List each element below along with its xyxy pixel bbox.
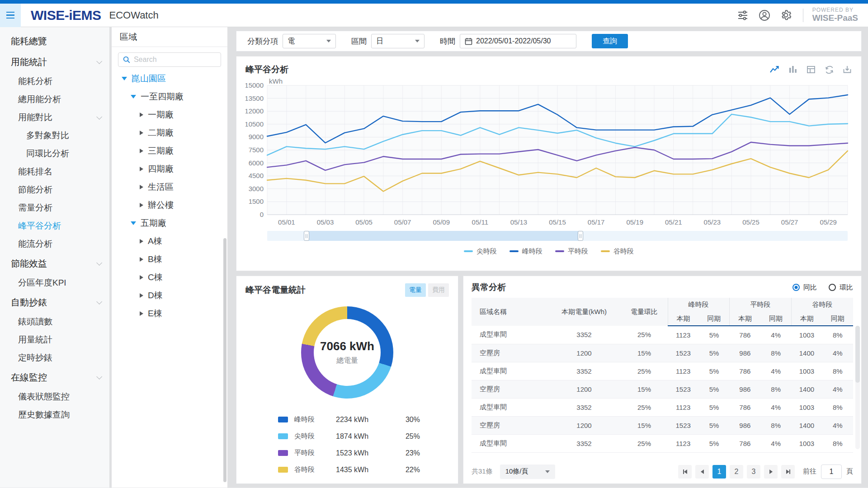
tree-node-辦公樓[interactable]: 辦公樓 xyxy=(112,196,227,214)
page-size-select[interactable]: 10條/頁 xyxy=(500,465,555,479)
sidebar-item-總用能分析[interactable]: 總用能分析 xyxy=(0,90,109,108)
table-row[interactable]: 空壓房120015%15235%9868%14004% xyxy=(472,380,853,398)
line-chart[interactable]: 0150030004500600075009000105001200013500… xyxy=(245,78,852,227)
table-cell: 786 xyxy=(730,434,760,452)
legend-item-平時段[interactable]: 平時段 xyxy=(555,247,588,256)
table-cell: 1400 xyxy=(791,344,822,362)
tree-node-D棟[interactable]: D棟 xyxy=(112,286,227,305)
sidebar-item-多對象對比[interactable]: 多對象對比 xyxy=(0,127,109,145)
interval-select[interactable]: 日 xyxy=(371,34,425,48)
search-icon xyxy=(123,56,130,64)
refresh-icon[interactable] xyxy=(824,65,834,75)
sidebar-item-能耗排名[interactable]: 能耗排名 xyxy=(0,163,109,181)
table-row[interactable]: 成型車間335225%11235%7864%10038% xyxy=(472,398,853,416)
sidebar-item-用能對比[interactable]: 用能對比 xyxy=(0,108,109,127)
sidebar-item-在線監控[interactable]: 在線監控 xyxy=(0,367,109,388)
last-page-button[interactable] xyxy=(781,465,795,479)
col-group-谷時段: 谷時段 xyxy=(791,298,853,312)
first-page-icon xyxy=(684,469,687,474)
download-icon[interactable] xyxy=(842,65,852,75)
sidebar-item-能耗總覽[interactable]: 能耗總覽 xyxy=(0,31,109,52)
query-button[interactable]: 查詢 xyxy=(592,34,628,48)
toggle-cost-button[interactable]: 費用 xyxy=(428,283,449,297)
powered-by-block: POWERED BY WISE-PaaS xyxy=(812,7,858,23)
table-row[interactable]: 空壓房120015%15235%9868%14004% xyxy=(472,416,853,434)
svg-text:05/23: 05/23 xyxy=(704,218,721,226)
region-search-box[interactable] xyxy=(118,52,221,67)
sidebar-item-分區年度KPI[interactable]: 分區年度KPI xyxy=(0,274,109,292)
table-view-icon[interactable] xyxy=(806,65,816,75)
sidebar-item-錶頭讀數[interactable]: 錶頭讀數 xyxy=(0,313,109,331)
page-button-2[interactable]: 2 xyxy=(730,465,743,479)
sidebar-item-定時抄錶[interactable]: 定時抄錶 xyxy=(0,349,109,367)
legend-item-谷時段[interactable]: 谷時段 xyxy=(601,247,634,256)
table-cell: 空壓房 xyxy=(472,344,547,362)
page-button-3[interactable]: 3 xyxy=(747,465,760,479)
filter-sliders-icon[interactable] xyxy=(737,9,749,21)
legend-item-尖時段[interactable]: 尖時段 xyxy=(464,247,497,256)
hamburger-menu-button[interactable] xyxy=(0,4,21,27)
sidebar-item-節能分析[interactable]: 節能分析 xyxy=(0,181,109,199)
user-account-icon[interactable] xyxy=(759,9,770,21)
legend-label: 峰時段 xyxy=(522,247,542,256)
sidebar-item-自動抄錶[interactable]: 自動抄錶 xyxy=(0,292,109,313)
first-page-button[interactable] xyxy=(678,465,692,479)
pagination: 123 xyxy=(678,465,795,479)
tree-node-崑山園區[interactable]: 崑山園區 xyxy=(112,70,227,88)
calendar-icon xyxy=(465,38,472,45)
tree-scrollbar[interactable] xyxy=(223,238,226,482)
datazoom-right-handle[interactable] xyxy=(578,231,583,241)
sidebar-item-節能效益[interactable]: 節能效益 xyxy=(0,253,109,274)
sidebar-item-歷史數據查詢[interactable]: 歷史數據查詢 xyxy=(0,406,109,424)
sidebar-item-能耗分析[interactable]: 能耗分析 xyxy=(0,72,109,90)
page-button-1[interactable]: 1 xyxy=(712,465,726,479)
settings-gear-icon[interactable] xyxy=(780,9,792,21)
wise-paas-logo: WISE-PaaS xyxy=(812,14,858,23)
sidebar-item-峰平谷分析[interactable]: 峰平谷分析 xyxy=(0,217,109,235)
datazoom-selected-range[interactable] xyxy=(307,231,580,241)
col-group-峰時段: 峰時段 xyxy=(668,298,730,312)
tree-node-四期廠[interactable]: 四期廠 xyxy=(112,160,227,178)
tree-node-二期廠[interactable]: 二期廠 xyxy=(112,124,227,142)
tree-node-C棟[interactable]: C棟 xyxy=(112,268,227,286)
sidebar-item-儀表狀態監控[interactable]: 儀表狀態監控 xyxy=(0,388,109,406)
table-row[interactable]: 成型車間335225%11235%7864%10038% xyxy=(472,434,853,452)
sidebar-item-用量統計[interactable]: 用量統計 xyxy=(0,331,109,349)
region-search-input[interactable] xyxy=(134,56,216,64)
table-row[interactable]: 成型車間335225%11235%7864%10038% xyxy=(472,362,853,380)
prev-page-button[interactable] xyxy=(695,465,709,479)
toggle-energy-button[interactable]: 電量 xyxy=(405,283,426,297)
datazoom-slider[interactable] xyxy=(267,231,848,241)
table-scrollbar[interactable] xyxy=(855,326,860,449)
donut-chart[interactable]: 7066 kWh 總電量 xyxy=(301,306,393,399)
goto-page-input[interactable] xyxy=(821,465,842,479)
datazoom-left-handle[interactable] xyxy=(304,231,309,241)
bar-chart-icon[interactable] xyxy=(788,65,798,75)
category-select[interactable]: 電 xyxy=(283,34,336,48)
date-range-picker[interactable]: 2022/05/01-2022/05/30 xyxy=(460,34,576,48)
sidebar-item-label: 多對象對比 xyxy=(26,130,69,141)
next-page-button[interactable] xyxy=(764,465,778,479)
tree-node-B棟[interactable]: B棟 xyxy=(112,250,227,268)
table-row[interactable]: 空壓房120015%15235%9868%14004% xyxy=(472,344,853,362)
tree-node-生活區[interactable]: 生活區 xyxy=(112,178,227,196)
table-cell: 空壓房 xyxy=(472,416,547,434)
svg-text:15000: 15000 xyxy=(245,81,264,89)
legend-item-峰時段[interactable]: 峰時段 xyxy=(509,247,542,256)
tree-node-三期廠[interactable]: 三期廠 xyxy=(112,142,227,160)
trend-line-icon[interactable] xyxy=(770,65,780,75)
table-row[interactable]: 成型車間335225%11235%7864%10038% xyxy=(472,326,853,344)
tree-node-E棟[interactable]: E棟 xyxy=(112,305,227,323)
table-cell: 成型車間 xyxy=(472,362,547,380)
anomaly-analysis-card: 異常分析 同比環比 區域名稱本期電量(kWh)電量環比峰時段平時段谷時段本期同期… xyxy=(463,276,862,484)
sidebar-item-能流分析[interactable]: 能流分析 xyxy=(0,235,109,253)
tree-node-五期廠[interactable]: 五期廠 xyxy=(112,214,227,232)
tree-node-A棟[interactable]: A棟 xyxy=(112,232,227,250)
sidebar-item-用能統計[interactable]: 用能統計 xyxy=(0,52,109,72)
radio-環比[interactable]: 環比 xyxy=(829,283,853,292)
sidebar-item-同環比分析[interactable]: 同環比分析 xyxy=(0,145,109,163)
tree-node-一期廠[interactable]: 一期廠 xyxy=(112,106,227,124)
tree-node-一至四期廠[interactable]: 一至四期廠 xyxy=(112,88,227,106)
radio-同比[interactable]: 同比 xyxy=(793,283,817,292)
sidebar-item-需量分析[interactable]: 需量分析 xyxy=(0,199,109,217)
